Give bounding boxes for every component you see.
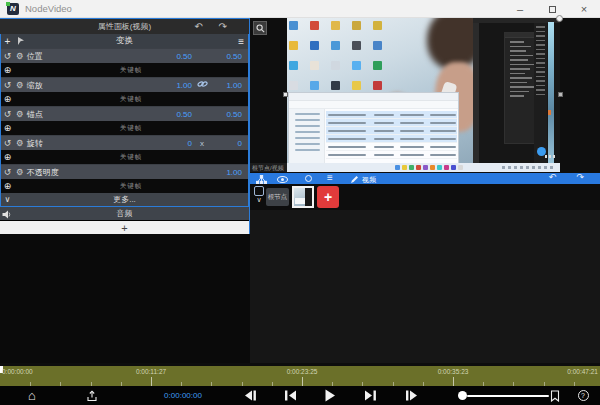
play-button[interactable] — [320, 386, 340, 405]
add-keyframe-icon[interactable]: ⊕ — [1, 179, 14, 193]
reset-icon[interactable]: ↺ — [1, 165, 14, 180]
collapse-node-button[interactable]: ∨ — [253, 186, 265, 204]
audio-label: 音频 — [0, 208, 249, 219]
desktop-icon — [373, 21, 382, 30]
explorer-file-row — [326, 127, 457, 135]
video-canvas[interactable] — [287, 18, 560, 172]
gear-icon[interactable]: ⚙ — [16, 80, 24, 90]
help-button[interactable]: ? — [575, 386, 591, 405]
link-icon[interactable] — [192, 80, 212, 90]
menu-icon[interactable]: ≡ — [327, 172, 333, 183]
reset-icon[interactable]: ↺ — [1, 136, 14, 151]
properties-panel: 属性面板(视频) ↶ ↷ + 变换 ≡ ↺ ⚙ 位置 0.50 0.50 — [0, 18, 250, 234]
value-field[interactable]: 0 — [146, 139, 192, 148]
speed-slider[interactable] — [455, 386, 555, 405]
audio-section-header[interactable]: 音频 — [0, 207, 249, 220]
bookmark-icon — [550, 390, 560, 402]
minimize-button[interactable]: – — [504, 0, 536, 18]
maximize-button[interactable] — [536, 0, 568, 18]
keyframe-label: 关键帧 — [14, 153, 248, 162]
rotate-handle[interactable] — [556, 15, 563, 22]
value-field[interactable]: 0.50 — [146, 110, 192, 119]
zoom-tool-button[interactable] — [253, 21, 267, 35]
keyframe-label: 关键帧 — [14, 66, 248, 75]
desktop-icon — [373, 41, 382, 50]
transform-handle-right[interactable] — [558, 92, 563, 97]
timeline-ruler[interactable]: 0:00:00:000:00:11:270:00:23:250:00:35:23… — [0, 363, 600, 386]
circle-icon[interactable] — [305, 175, 312, 182]
desktop-icon — [310, 61, 319, 70]
jump-to-start-button[interactable] — [280, 386, 300, 405]
property-label: 旋转 — [27, 138, 146, 149]
value-separator: x — [192, 139, 212, 148]
ruler-timestamp: 0:00:00:00 — [2, 368, 33, 375]
undo-icon[interactable]: ↶ — [195, 20, 203, 33]
value-field[interactable]: 0 — [212, 139, 242, 148]
add-keyframe-icon[interactable]: ⊕ — [1, 92, 14, 106]
gear-icon[interactable]: ⚙ — [16, 51, 24, 61]
value-field[interactable]: 0.50 — [212, 110, 242, 119]
redo-icon[interactable]: ↷ — [219, 20, 227, 33]
value-field[interactable]: 1.00 — [212, 81, 242, 90]
reset-icon[interactable]: ↺ — [1, 49, 14, 64]
undo-icon[interactable]: ↶ — [548, 172, 556, 182]
add-keyframe-icon[interactable]: ⊕ — [1, 121, 14, 135]
current-time: 0:00:00:00 — [148, 386, 218, 405]
next-frame-button[interactable] — [401, 386, 421, 405]
chevron-down-icon: ∨ — [253, 196, 265, 204]
add-keyframe-icon[interactable]: ⊕ — [1, 63, 14, 77]
value-field[interactable]: 1.00 — [212, 168, 242, 177]
gear-icon[interactable]: ⚙ — [16, 138, 24, 148]
property-row-anchor: ↺ ⚙ 锚点 0.50 0.50 — [1, 106, 248, 121]
keyframe-row: ⊕ 关键帧 — [1, 92, 248, 106]
slider-knob[interactable] — [458, 391, 467, 400]
property-row-position: ↺ ⚙ 位置 0.50 0.50 — [1, 48, 248, 63]
properties-panel-title: 属性面板(视频) — [98, 21, 151, 32]
pencil-icon[interactable] — [350, 175, 359, 184]
value-field[interactable]: 1.00 — [146, 81, 192, 90]
keyframe-row: ⊕ 关键帧 — [1, 121, 248, 135]
export-button[interactable] — [82, 386, 102, 405]
property-row-scale: ↺ ⚙ 缩放 1.00 1.00 — [1, 77, 248, 92]
prev-frame-button[interactable] — [240, 386, 260, 405]
value-field[interactable]: 0.50 — [212, 52, 242, 61]
add-keyframe-icon[interactable]: ⊕ — [1, 150, 14, 164]
property-row-rotation: ↺ ⚙ 旋转 0 x 0 — [1, 135, 248, 150]
node-tree-icon[interactable] — [256, 175, 267, 184]
explorer-file-row — [326, 135, 457, 143]
gear-icon[interactable]: ⚙ — [16, 109, 24, 119]
bookmark-button[interactable] — [547, 386, 563, 405]
more-properties-button[interactable]: ∨ 更多... — [1, 193, 248, 206]
transform-handle-left[interactable] — [283, 92, 288, 97]
jump-to-end-button[interactable] — [360, 386, 380, 405]
reset-icon[interactable]: ↺ — [1, 78, 14, 93]
preview-pane: 根节点/视频 ≡ 视频 ↶ ↷ ∨ 根节点 — [250, 18, 600, 363]
window-controls: – × — [504, 0, 600, 18]
redo-icon[interactable]: ↷ — [576, 172, 584, 182]
reset-icon[interactable]: ↺ — [1, 107, 14, 122]
desktop-icon — [352, 81, 361, 90]
preview-viewport[interactable]: 根节点/视频 — [250, 18, 600, 173]
keyframe-label: 关键帧 — [14, 182, 248, 191]
section-menu-icon[interactable]: ≡ — [238, 36, 244, 47]
app-logo-icon: N — [7, 3, 19, 15]
keyframe-row: ⊕ 关键帧 — [1, 179, 248, 193]
properties-panel-header: 属性面板(视频) ↶ ↷ — [0, 19, 249, 34]
transform-title: 变换 — [1, 35, 248, 47]
gear-icon[interactable]: ⚙ — [16, 167, 24, 177]
maximize-icon — [549, 6, 556, 13]
desktop-icon — [289, 41, 298, 50]
root-node-button[interactable]: 根节点 — [266, 188, 289, 206]
video-layer-thumbnail[interactable] — [292, 186, 314, 208]
ruler-bar[interactable]: 0:00:00:000:00:11:270:00:23:250:00:35:23… — [0, 366, 600, 386]
keyframe-row: ⊕ 关键帧 — [1, 63, 248, 77]
magnifier-icon — [256, 24, 265, 33]
add-node-button[interactable]: + — [317, 186, 339, 208]
value-field[interactable]: 0.50 — [146, 52, 192, 61]
home-button[interactable]: ⌂ — [22, 386, 42, 405]
slider-track[interactable] — [467, 395, 549, 398]
add-track-button[interactable]: + — [0, 221, 249, 234]
close-button[interactable]: × — [568, 0, 600, 18]
eye-icon[interactable] — [277, 176, 288, 183]
export-icon — [86, 390, 98, 402]
